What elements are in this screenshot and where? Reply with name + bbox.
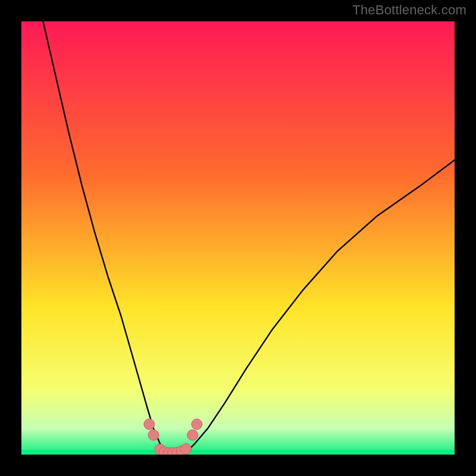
marker-dot bbox=[148, 430, 159, 440]
marker-dot bbox=[144, 419, 155, 430]
plot-area bbox=[21, 21, 455, 455]
chart-frame: TheBottleneck.com bbox=[0, 0, 476, 476]
curve-markers bbox=[144, 419, 202, 455]
risk-curve bbox=[43, 21, 455, 455]
marker-dot bbox=[187, 430, 198, 440]
marker-dot bbox=[181, 444, 192, 455]
curve-layer bbox=[21, 21, 455, 455]
marker-dot bbox=[192, 419, 202, 430]
watermark-text: TheBottleneck.com bbox=[352, 2, 466, 18]
